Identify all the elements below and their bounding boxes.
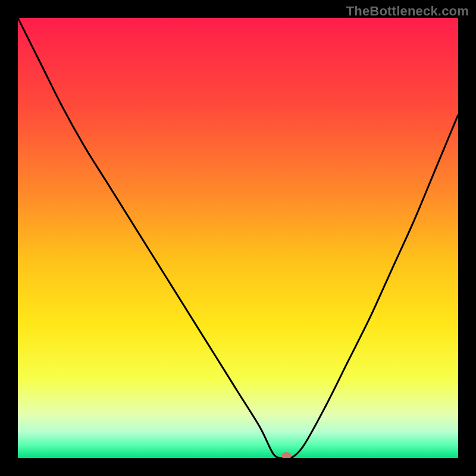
bottleneck-chart [18, 18, 458, 458]
plot-area [18, 18, 458, 458]
watermark-text: TheBottleneck.com [346, 4, 469, 19]
chart-frame: TheBottleneck.com [0, 0, 476, 476]
